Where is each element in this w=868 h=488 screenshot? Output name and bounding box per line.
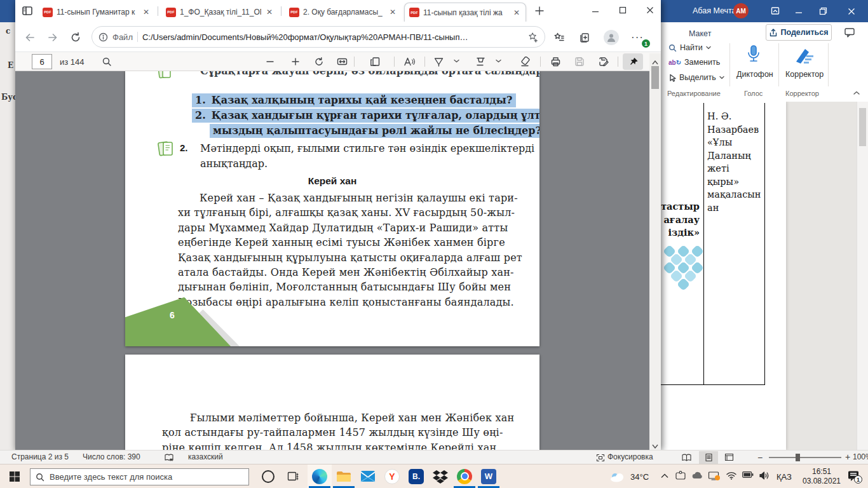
forward-icon[interactable] bbox=[44, 29, 61, 46]
avatar[interactable]: AM bbox=[733, 3, 749, 18]
taskbar-edge[interactable] bbox=[308, 464, 332, 488]
save-icon[interactable] bbox=[571, 53, 588, 70]
task-view-icon[interactable] bbox=[287, 471, 299, 482]
browser-close-button[interactable] bbox=[637, 0, 663, 20]
taskbar-mail[interactable] bbox=[356, 464, 380, 488]
url-field[interactable]: Файл C:/Users/admin/Documents/Новый%20фо… bbox=[92, 26, 545, 48]
fit-width-icon[interactable] bbox=[333, 53, 351, 70]
page-view-icon[interactable] bbox=[366, 53, 384, 70]
highlight-icon[interactable] bbox=[471, 53, 489, 70]
collapse-ribbon-icon[interactable] bbox=[853, 91, 860, 95]
back-icon[interactable] bbox=[22, 29, 38, 46]
find-button[interactable]: Найти bbox=[668, 43, 711, 52]
tab-close-icon[interactable]: ✕ bbox=[512, 8, 521, 17]
weather-icon[interactable] bbox=[609, 471, 627, 482]
ribbon-tab-layout[interactable]: Макет bbox=[689, 29, 711, 38]
draw-caret-icon[interactable] bbox=[454, 59, 459, 63]
editor-label[interactable]: Корректор bbox=[785, 70, 824, 79]
zoom-slider-thumb[interactable] bbox=[796, 454, 800, 461]
focus-icon[interactable] bbox=[596, 454, 605, 462]
replace-button[interactable]: ab↻ Заменить bbox=[668, 58, 720, 67]
table-cell-task[interactable]: тастырағалауіздік» bbox=[661, 200, 700, 240]
vertical-tabs-icon[interactable] bbox=[22, 5, 33, 17]
erase-icon[interactable] bbox=[516, 53, 534, 70]
pdf-scrollbar-thumb[interactable] bbox=[651, 66, 659, 89]
zoom-slider-track[interactable] bbox=[769, 457, 841, 458]
word-scrollbar[interactable] bbox=[857, 102, 868, 450]
cortana-icon[interactable] bbox=[262, 470, 275, 483]
word-titlebar[interactable]: Абая Мечта AM bbox=[661, 0, 868, 22]
tab-close-icon[interactable]: ✕ bbox=[388, 8, 397, 17]
pdf-search-icon[interactable] bbox=[98, 53, 116, 70]
taskbar-booking[interactable]: B. bbox=[404, 464, 428, 488]
read-aloud-icon[interactable] bbox=[400, 53, 418, 70]
zoom-out-icon[interactable] bbox=[261, 53, 279, 70]
proofing-icon[interactable] bbox=[164, 453, 174, 462]
tab-close-icon[interactable]: ✕ bbox=[142, 8, 151, 17]
read-mode-icon[interactable] bbox=[681, 453, 692, 462]
highlight-caret-icon[interactable] bbox=[496, 59, 501, 63]
word-minimize-button[interactable] bbox=[789, 0, 809, 22]
collections-icon[interactable] bbox=[576, 29, 593, 46]
favorites-hub-icon[interactable] bbox=[551, 29, 567, 46]
comment-icon[interactable] bbox=[844, 27, 855, 38]
zoom-in-icon[interactable] bbox=[287, 53, 304, 70]
tray-tablet-icon[interactable] bbox=[675, 471, 686, 481]
browser-minimize-button[interactable] bbox=[583, 0, 608, 20]
word-scrollbar-thumb[interactable] bbox=[859, 108, 866, 146]
tab-3[interactable]: PDF 2. Оқу бағдарламасы_ ✕ bbox=[285, 3, 402, 22]
status-word-count[interactable]: Число слов: 390 bbox=[83, 452, 140, 461]
tray-chevron-icon[interactable] bbox=[661, 473, 668, 478]
print-icon[interactable] bbox=[546, 53, 564, 70]
start-button[interactable] bbox=[9, 471, 20, 485]
word-restore-button[interactable] bbox=[813, 0, 833, 22]
draw-icon[interactable] bbox=[430, 53, 447, 70]
zoom-percentage[interactable]: 100% bbox=[853, 452, 868, 461]
zoom-out-control[interactable]: − bbox=[757, 452, 763, 463]
zoom-in-control[interactable]: + bbox=[845, 452, 850, 462]
select-button[interactable]: Выделить bbox=[668, 73, 724, 82]
tray-wifi-icon[interactable] bbox=[726, 471, 737, 480]
share-button[interactable]: Поделиться bbox=[766, 24, 832, 41]
taskbar-dropbox[interactable] bbox=[428, 464, 452, 488]
print-layout-icon[interactable] bbox=[699, 451, 718, 464]
save-as-icon[interactable] bbox=[595, 53, 613, 70]
tray-battery-icon[interactable] bbox=[742, 471, 754, 478]
ribbon-display-options-icon[interactable] bbox=[770, 6, 780, 16]
taskbar-search-input[interactable] bbox=[30, 468, 249, 485]
tray-volume-icon[interactable] bbox=[759, 471, 770, 480]
pdf-page-input[interactable]: 6 bbox=[32, 54, 52, 69]
new-tab-icon[interactable] bbox=[534, 5, 545, 17]
word-close-button[interactable] bbox=[839, 0, 864, 22]
taskbar-explorer[interactable] bbox=[332, 464, 356, 488]
tab-close-icon[interactable]: ✕ bbox=[265, 8, 274, 17]
tray-language[interactable]: ҚАЗ bbox=[776, 472, 792, 482]
dictate-icon[interactable] bbox=[744, 44, 763, 71]
pdf-page-1[interactable]: Сұрақтарға жауап беріп, өз ойларыңды орт… bbox=[125, 71, 539, 346]
refresh-icon[interactable] bbox=[67, 29, 84, 46]
web-layout-icon[interactable] bbox=[724, 453, 734, 461]
word-account-name[interactable]: Абая Мечта bbox=[693, 6, 736, 15]
action-center-icon[interactable]: 1 bbox=[848, 470, 860, 482]
tray-onedrive-icon[interactable] bbox=[691, 471, 703, 480]
tray-temperature[interactable]: 34°C bbox=[630, 472, 649, 482]
add-favorite-icon[interactable] bbox=[527, 32, 538, 43]
rotate-icon[interactable] bbox=[310, 53, 328, 70]
tray-cast-icon[interactable] bbox=[708, 471, 719, 480]
status-page[interactable]: Страница 2 из 5 bbox=[11, 452, 69, 461]
profile-avatar[interactable] bbox=[604, 30, 619, 45]
browser-maximize-button[interactable] bbox=[610, 0, 635, 20]
tab-2[interactable]: PDF 1_ФО_Қазақ тілі_11_ОГ ✕ bbox=[161, 3, 278, 22]
dictate-label[interactable]: Диктофон bbox=[736, 70, 772, 79]
pdf-scrollbar[interactable] bbox=[649, 53, 661, 450]
taskbar-word[interactable]: W bbox=[477, 464, 501, 488]
pin-toolbar-button[interactable] bbox=[623, 53, 643, 70]
status-language[interactable]: казахский bbox=[188, 452, 223, 461]
taskbar-yandex[interactable]: Y bbox=[380, 464, 404, 488]
taskbar-chrome[interactable] bbox=[452, 464, 477, 488]
editor-icon[interactable] bbox=[794, 45, 815, 69]
tab-4-active[interactable]: PDF 11-сынып қазақ тілі жа ✕ bbox=[404, 3, 526, 22]
tab-1[interactable]: PDF 11-сынып Гуманитар к ✕ bbox=[38, 3, 155, 22]
status-focus[interactable]: Фокусировка bbox=[607, 452, 653, 461]
pdf-page-2[interactable]: Ғылыми мәліметтер бойынша, Керей хан мен… bbox=[125, 355, 539, 450]
